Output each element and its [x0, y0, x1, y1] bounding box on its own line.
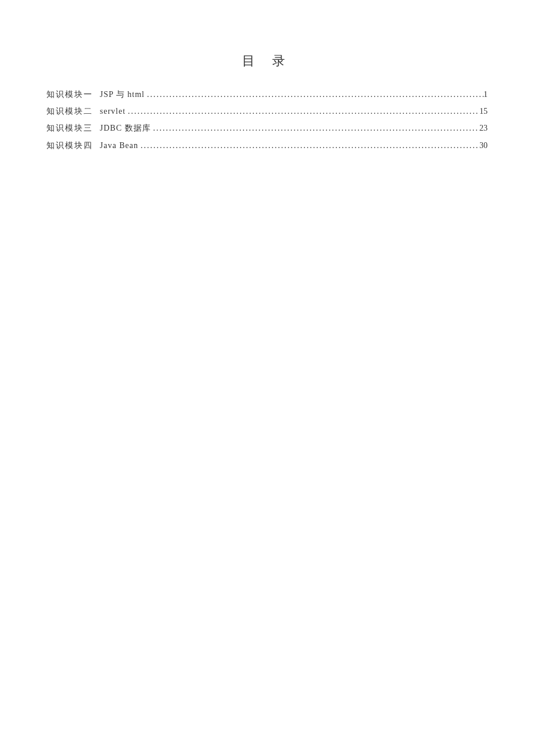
toc-module-label: 知识模块三: [46, 121, 93, 135]
toc-leader-dots: ........................................…: [125, 104, 479, 118]
toc-topic-label: JDBC 数据库: [100, 121, 151, 135]
toc-topic-label: servlet: [100, 104, 125, 118]
toc-topic-label: Java Bean: [100, 138, 138, 153]
toc-leader-dots: ........................................…: [145, 87, 484, 102]
toc-leader-dots: ........................................…: [138, 138, 479, 153]
toc-module-label: 知识模块四: [46, 138, 93, 153]
toc-row: 知识模块二 servlet ..........................…: [46, 104, 488, 118]
toc-page-number: 23: [479, 121, 488, 135]
toc-row: 知识模块四 Java Bean ........................…: [46, 138, 488, 153]
table-of-contents: 知识模块一 JSP 与 html .......................…: [46, 87, 488, 153]
toc-page-number: 1: [484, 87, 488, 102]
toc-leader-dots: ........................................…: [151, 121, 479, 135]
toc-row: 知识模块三 JDBC 数据库 .........................…: [46, 121, 488, 135]
toc-row: 知识模块一 JSP 与 html .......................…: [46, 87, 488, 102]
toc-page-number: 30: [479, 138, 488, 153]
toc-page-number: 15: [479, 104, 488, 118]
toc-module-label: 知识模块二: [46, 104, 93, 118]
toc-module-label: 知识模块一: [46, 87, 93, 102]
page-title: 目 录: [46, 52, 488, 70]
toc-topic-label: JSP 与 html: [100, 87, 145, 102]
